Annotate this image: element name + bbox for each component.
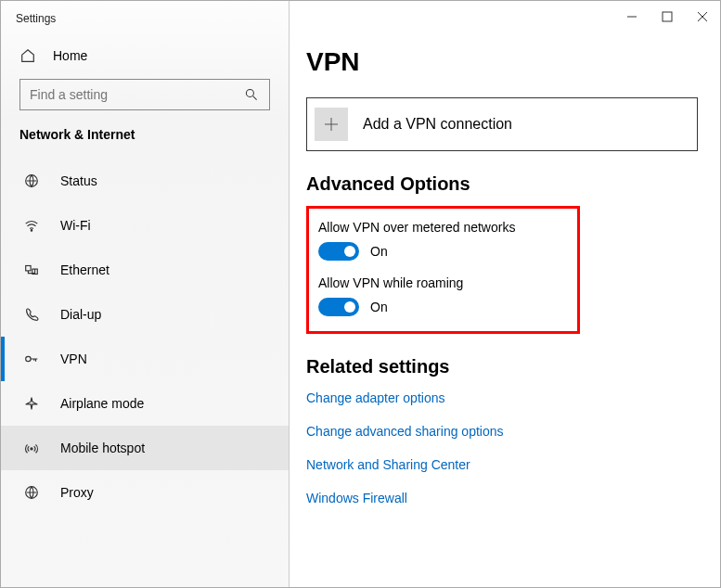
sidebar: Settings Home Network & Internet Status … xyxy=(1,1,290,587)
close-button[interactable] xyxy=(696,10,709,23)
window-title: Settings xyxy=(1,12,289,40)
home-icon xyxy=(19,47,36,64)
link-firewall[interactable]: Windows Firewall xyxy=(306,491,698,505)
svg-rect-4 xyxy=(26,266,31,271)
nav-proxy[interactable]: Proxy xyxy=(1,470,289,515)
advanced-heading: Advanced Options xyxy=(306,173,698,195)
hotspot-icon xyxy=(23,440,40,456)
highlighted-region: Allow VPN over metered networks On Allow… xyxy=(306,206,580,334)
nav-label: Ethernet xyxy=(60,262,109,277)
svg-point-3 xyxy=(31,230,32,231)
section-label: Network & Internet xyxy=(1,127,289,159)
link-adapter[interactable]: Change adapter options xyxy=(306,390,698,405)
related-heading: Related settings xyxy=(306,356,698,377)
nav-label: Airplane mode xyxy=(60,396,144,411)
wifi-icon xyxy=(23,217,40,234)
vpn-icon xyxy=(23,351,40,367)
search-input[interactable] xyxy=(19,79,270,110)
metered-toggle[interactable] xyxy=(318,242,359,261)
nav-label: Wi-Fi xyxy=(60,218,91,233)
add-vpn-button[interactable]: Add a VPN connection xyxy=(306,97,698,151)
main-panel: VPN Add a VPN connection Advanced Option… xyxy=(290,1,720,587)
nav-label: Status xyxy=(60,173,97,188)
dialup-icon xyxy=(23,306,40,323)
airplane-icon xyxy=(23,395,40,412)
svg-line-1 xyxy=(253,96,257,100)
nav-vpn[interactable]: VPN xyxy=(1,337,289,381)
svg-point-6 xyxy=(26,356,31,361)
nav-list: Status Wi-Fi Ethernet Dial-up VPN Airpla… xyxy=(1,159,289,587)
page-title: VPN xyxy=(306,47,698,77)
nav-wifi[interactable]: Wi-Fi xyxy=(1,203,289,248)
nav-label: Proxy xyxy=(60,485,94,500)
roaming-label: Allow VPN while roaming xyxy=(318,275,568,290)
home-label: Home xyxy=(53,48,87,63)
metered-state: On xyxy=(370,244,388,259)
proxy-icon xyxy=(23,484,40,501)
add-vpn-label: Add a VPN connection xyxy=(363,116,512,133)
nav-label: VPN xyxy=(60,352,87,366)
nav-airplane[interactable]: Airplane mode xyxy=(1,381,289,426)
nav-status[interactable]: Status xyxy=(1,159,289,203)
link-sharing[interactable]: Change advanced sharing options xyxy=(306,424,698,439)
roaming-state: On xyxy=(370,300,388,314)
plus-icon xyxy=(315,108,348,141)
home-button[interactable]: Home xyxy=(1,40,289,79)
nav-label: Mobile hotspot xyxy=(60,441,145,455)
related-section: Related settings Change adapter options … xyxy=(306,356,698,505)
maximize-button[interactable] xyxy=(661,10,674,23)
window-controls xyxy=(625,10,709,23)
ethernet-icon xyxy=(23,262,40,278)
minimize-button[interactable] xyxy=(625,10,638,23)
search-field[interactable] xyxy=(30,87,243,102)
status-icon xyxy=(23,173,40,189)
svg-rect-10 xyxy=(663,12,672,21)
nav-dialup[interactable]: Dial-up xyxy=(1,292,289,337)
nav-ethernet[interactable]: Ethernet xyxy=(1,248,289,292)
svg-point-0 xyxy=(246,89,253,96)
nav-hotspot[interactable]: Mobile hotspot xyxy=(1,426,289,470)
search-icon xyxy=(243,86,260,103)
nav-label: Dial-up xyxy=(60,307,101,322)
svg-point-7 xyxy=(31,448,32,450)
link-network-center[interactable]: Network and Sharing Center xyxy=(306,457,698,472)
roaming-toggle[interactable] xyxy=(318,298,359,316)
metered-label: Allow VPN over metered networks xyxy=(318,220,568,235)
